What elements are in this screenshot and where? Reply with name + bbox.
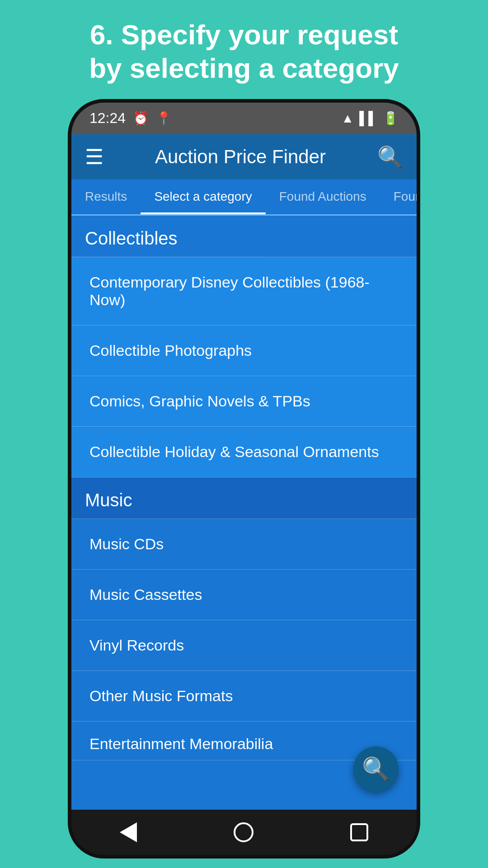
collectibles-section-header: Collectibles	[71, 216, 417, 257]
location-icon: 📍	[156, 111, 172, 126]
instruction-text: 6. Specify your request by selecting a c…	[0, 0, 488, 99]
list-item[interactable]: Music Cassettes	[71, 570, 417, 620]
recents-button[interactable]	[350, 823, 368, 841]
phone-frame: 12:24 ⏰ 📍 ▲ ▌▌ 🔋 ☰ Auction Price Finder …	[68, 99, 420, 859]
app-title: Auction Price Finder	[155, 146, 326, 168]
tab-results[interactable]: Results	[71, 179, 141, 214]
hamburger-menu-icon[interactable]: ☰	[85, 145, 103, 169]
fab-search-button[interactable]: 🔍	[353, 746, 399, 792]
list-item[interactable]: Contemporary Disney Collectibles (1968-N…	[71, 257, 417, 326]
clock-icon: ⏰	[133, 111, 149, 126]
battery-icon: 🔋	[383, 111, 399, 126]
tab-found-b[interactable]: Found B	[380, 179, 420, 214]
music-section-header: Music	[71, 477, 417, 519]
tabs-bar: Results Select a category Found Auctions…	[71, 179, 417, 216]
list-item[interactable]: Music CDs	[71, 519, 417, 570]
time-display: 12:24	[89, 110, 126, 127]
signal-icon: ▌▌	[359, 111, 377, 126]
list-item[interactable]: Vinyl Records	[71, 620, 417, 671]
app-bar: ☰ Auction Price Finder 🔍	[71, 134, 417, 179]
search-icon[interactable]: 🔍	[377, 145, 403, 169]
list-item[interactable]: Collectible Holiday & Seasonal Ornaments	[71, 427, 417, 477]
back-button[interactable]	[120, 822, 137, 842]
home-button[interactable]	[234, 822, 253, 842]
status-bar: 12:24 ⏰ 📍 ▲ ▌▌ 🔋	[71, 103, 417, 134]
wifi-icon: ▲	[342, 111, 354, 126]
list-item[interactable]: Collectible Photographs	[71, 326, 417, 376]
instruction-line1: 6. Specify your request	[27, 18, 461, 52]
list-item[interactable]: Comics, Graphic Novels & TPBs	[71, 376, 417, 427]
tab-found-auctions[interactable]: Found Auctions	[266, 179, 380, 214]
content-area: Collectibles Contemporary Disney Collect…	[71, 216, 417, 810]
nav-bar	[71, 810, 417, 855]
category-list: Collectibles Contemporary Disney Collect…	[71, 216, 417, 760]
list-item[interactable]: Other Music Formats	[71, 671, 417, 722]
tab-select-category[interactable]: Select a category	[141, 179, 265, 214]
fab-search-icon: 🔍	[362, 756, 390, 782]
instruction-line2: by selecting a category	[27, 52, 461, 85]
